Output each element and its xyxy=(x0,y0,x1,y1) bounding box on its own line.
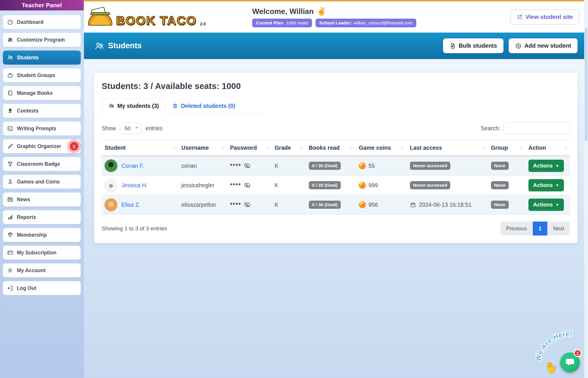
sidebar-item-label: Customize Program xyxy=(17,37,65,43)
table-row: Jessica H. jessicahegler **** K 0 / 30 (… xyxy=(102,176,570,195)
sidebar-item-graphic-organizer[interactable]: Graphic Organizer 1 xyxy=(3,139,81,153)
sidebar: Teacher Panel Dashboard Customize Progra… xyxy=(0,0,84,378)
sidebar-item-my-account[interactable]: My Account xyxy=(3,263,81,277)
tab-deleted-students[interactable]: Deleted students (0) xyxy=(166,99,241,113)
sidebar-item-writing-prompts[interactable]: Writing Prompts xyxy=(3,122,81,135)
sort-icon[interactable]: ↑↓ xyxy=(401,146,404,150)
book-icon xyxy=(7,90,13,96)
sidebar-item-contests[interactable]: Contests xyxy=(3,104,81,118)
calendar-icon xyxy=(410,202,416,208)
search-input[interactable] xyxy=(504,122,570,134)
trash-icon xyxy=(172,103,178,109)
sort-icon[interactable]: ↑↓ xyxy=(300,146,303,150)
students-section-bar: Students Bulk students Add new student xyxy=(84,33,588,59)
sidebar-item-customize-program[interactable]: Customize Program xyxy=(3,33,81,47)
col-grade[interactable]: Grade↑↓ xyxy=(272,140,306,156)
book-taco-logo[interactable]: BOOK TACO 2.0 xyxy=(88,8,206,26)
table-controls: Show 50 entries Search: xyxy=(102,122,570,134)
sidebar-item-dashboard[interactable]: Dashboard xyxy=(3,15,81,29)
sidebar-item-label: My Subscription xyxy=(17,250,56,256)
bulk-students-button[interactable]: Bulk students xyxy=(443,38,503,53)
col-username[interactable]: Username↑↓ xyxy=(178,140,227,156)
col-game-coins[interactable]: Game coins↑↓ xyxy=(356,140,407,156)
add-new-student-button[interactable]: Add new student xyxy=(509,38,578,53)
briefcase-icon xyxy=(7,72,13,79)
sidebar-menu: Dashboard Customize Program Students Stu… xyxy=(0,10,84,295)
tab-my-students[interactable]: My students (3) xyxy=(102,99,166,114)
sort-icon[interactable]: ↑↓ xyxy=(482,146,485,150)
student-name-link[interactable]: Jessica H. xyxy=(121,182,148,189)
pagination: Previous 1 Next xyxy=(500,222,570,236)
sort-icon[interactable]: ↑↓ xyxy=(266,146,269,150)
credit-card-icon xyxy=(7,249,13,256)
password-mask: **** xyxy=(230,182,241,189)
coin-icon xyxy=(359,182,366,189)
chat-bubble-icon xyxy=(565,357,575,367)
sidebar-item-games-and-coins[interactable]: Games and Coins xyxy=(3,175,81,189)
sidebar-item-label: Students xyxy=(17,55,39,61)
username-cell: elisazarpellon xyxy=(178,195,227,215)
sort-icon[interactable]: ↑↓ xyxy=(350,146,353,150)
sidebar-item-student-groups[interactable]: Student Groups xyxy=(3,68,81,82)
student-name-link[interactable]: Elisa Z. xyxy=(121,202,140,208)
page-scrollbar[interactable] xyxy=(584,0,588,378)
sidebar-item-log-out[interactable]: Log Out xyxy=(3,281,81,295)
page-number-button[interactable]: 1 xyxy=(533,222,547,236)
actions-dropdown-button[interactable]: Actions▼ xyxy=(528,160,564,172)
sort-icon[interactable]: ↑↓ xyxy=(221,146,224,150)
col-last-access[interactable]: Last access↑↓ xyxy=(407,140,488,156)
search-area: Search: xyxy=(481,122,570,134)
sidebar-item-label: Graphic Organizer xyxy=(17,143,61,149)
entries-label: entries xyxy=(146,125,163,132)
sidebar-item-reports[interactable]: Reports xyxy=(3,210,81,224)
col-student[interactable]: Student↑↓ xyxy=(102,140,178,156)
last-access-badge: Never accessed xyxy=(410,181,450,189)
sort-icon[interactable]: ↑↓ xyxy=(519,146,523,150)
sidebar-item-news[interactable]: News xyxy=(3,192,81,206)
table-row: Conan F. conan **** K 0 / 30 (Goal) 55 N… xyxy=(102,156,570,176)
top-header: BOOK TACO 2.0 Welcome, Willian ✌ Current… xyxy=(84,1,588,33)
student-name-link[interactable]: Conan F. xyxy=(121,163,144,169)
books-read-badge: 0 / 30 (Goal) xyxy=(309,181,341,189)
actions-dropdown-button[interactable]: Actions▼ xyxy=(528,179,564,191)
col-books-read[interactable]: Books read↑↓ xyxy=(306,140,356,156)
previous-page-button[interactable]: Previous xyxy=(500,222,533,236)
eye-slash-icon[interactable] xyxy=(244,162,251,169)
col-group[interactable]: Group↑↓ xyxy=(488,140,526,156)
sidebar-item-label: Games and Coins xyxy=(17,179,60,185)
diamond-icon xyxy=(7,232,13,238)
sort-icon[interactable]: ↑↓ xyxy=(172,146,175,150)
view-student-site-button[interactable]: View student site xyxy=(510,9,579,25)
sidebar-item-classroom-badge[interactable]: Classroom Badge xyxy=(3,157,81,171)
table-row: Elisa Z. elisazarpellon **** K 0 / 30 (G… xyxy=(102,195,570,215)
password-mask: **** xyxy=(230,163,241,169)
content-area: Students: 3 / Available seats: 1000 My s… xyxy=(84,59,588,378)
actions-dropdown-button[interactable]: Actions▼ xyxy=(528,199,564,211)
taco-icon xyxy=(88,8,113,26)
logo-version: 2.0 xyxy=(200,22,206,26)
plan-badges: Current Plan:1000 seats School Leader:wi… xyxy=(252,19,416,27)
sidebar-item-membership[interactable]: Membership xyxy=(3,228,81,242)
last-access-date: 2024-06-13 16:18:51 xyxy=(419,202,472,208)
scrollbar-thumb[interactable] xyxy=(585,28,587,141)
col-password[interactable]: Password↑↓ xyxy=(227,140,272,156)
logout-icon xyxy=(7,285,13,291)
eye-slash-icon[interactable] xyxy=(244,182,251,189)
sidebar-item-my-subscription[interactable]: My Subscription xyxy=(3,246,81,260)
sidebar-item-manage-books[interactable]: Manage Books xyxy=(3,86,81,100)
school-leader-badge: School Leader:willian_celsozd@hotmail.co… xyxy=(315,19,416,27)
username-cell: conan xyxy=(178,156,227,176)
next-page-button[interactable]: Next xyxy=(547,222,570,236)
grade-cell: K xyxy=(272,195,306,215)
sidebar-item-students[interactable]: Students xyxy=(3,51,81,65)
eye-slash-icon[interactable] xyxy=(244,201,251,208)
password-mask: **** xyxy=(230,202,241,208)
table-footer: Showing 1 to 3 of 3 entries Previous 1 N… xyxy=(102,222,570,236)
page-size-select[interactable]: 50 xyxy=(120,122,142,134)
notification-badge[interactable]: 1 xyxy=(70,142,78,151)
sort-icon[interactable]: ↑↓ xyxy=(564,146,567,150)
show-label: Show xyxy=(102,125,116,132)
avatar xyxy=(105,159,117,172)
col-action[interactable]: Action↑↓ xyxy=(526,140,570,156)
welcome-message: Welcome, Willian ✌ xyxy=(252,7,416,16)
